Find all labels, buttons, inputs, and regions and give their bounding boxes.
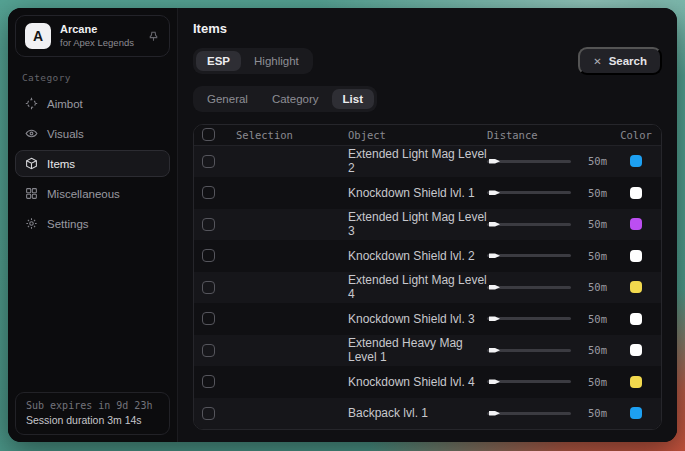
column-header-color: Color [620, 129, 652, 141]
sidebar-nav: Aimbot Visuals Items Miscellaneous Setti… [8, 90, 177, 237]
color-swatch[interactable] [630, 250, 642, 262]
slider-thumb[interactable] [489, 346, 500, 354]
tab-general[interactable]: General [196, 89, 259, 109]
close-x-icon: ✕ [593, 56, 601, 67]
items-table: Selection Object Distance Color Extended… [193, 124, 662, 430]
object-name: Knockdown Shield lvl. 3 [348, 312, 487, 326]
mode-tabs: ESPHighlight [193, 48, 313, 74]
mode-toolbar: ESPHighlight ✕ Search [193, 47, 662, 75]
distance-slider[interactable] [487, 254, 571, 257]
sidebar-item-label: Miscellaneous [47, 188, 120, 200]
slider-thumb[interactable] [489, 315, 500, 323]
color-swatch[interactable] [630, 376, 642, 388]
distance-slider[interactable] [487, 191, 571, 194]
slider-thumb[interactable] [489, 409, 500, 417]
package-icon [25, 157, 38, 170]
distance-slider[interactable] [487, 380, 571, 383]
table-row: Extended Heavy Mag Level 1 50m [194, 335, 661, 367]
distance-slider[interactable] [487, 349, 571, 352]
distance-slider[interactable] [487, 412, 571, 415]
object-name: Knockdown Shield lvl. 2 [348, 249, 487, 263]
table-row: Knockdown Shield lvl. 2 50m [194, 240, 661, 272]
select-all-checkbox[interactable] [202, 128, 215, 141]
sidebar-item-items[interactable]: Items [15, 150, 170, 177]
row-checkbox[interactable] [202, 186, 215, 199]
row-checkbox[interactable] [202, 155, 215, 168]
sidebar-item-label: Visuals [47, 128, 84, 140]
row-checkbox[interactable] [202, 407, 215, 420]
distance-value: 50m [579, 250, 607, 262]
distance-value: 50m [579, 407, 607, 419]
sidebar-item-visuals[interactable]: Visuals [15, 120, 170, 147]
table-row: Backpack lvl. 1 50m [194, 398, 661, 430]
sidebar-item-label: Items [47, 158, 75, 170]
tab-category[interactable]: Category [261, 89, 330, 109]
distance-slider[interactable] [487, 160, 571, 163]
object-name: Knockdown Shield lvl. 4 [348, 375, 487, 389]
sidebar-item-miscellaneous[interactable]: Miscellaneous [15, 180, 170, 207]
distance-slider[interactable] [487, 317, 571, 320]
distance-slider[interactable] [487, 223, 571, 226]
tab-esp[interactable]: ESP [196, 51, 241, 71]
slider-thumb[interactable] [489, 283, 500, 291]
sidebar-item-settings[interactable]: Settings [15, 210, 170, 237]
object-name: Backpack lvl. 1 [348, 406, 487, 420]
color-swatch[interactable] [630, 281, 642, 293]
row-checkbox[interactable] [202, 218, 215, 231]
distance-value: 50m [579, 376, 607, 388]
sidebar-item-label: Aimbot [47, 98, 83, 110]
main-panel: Items ESPHighlight ✕ Search GeneralCateg… [178, 8, 677, 442]
slider-thumb[interactable] [489, 378, 500, 386]
row-checkbox[interactable] [202, 344, 215, 357]
column-header-distance: Distance [487, 129, 615, 141]
sidebar-item-aimbot[interactable]: Aimbot [15, 90, 170, 117]
row-checkbox[interactable] [202, 281, 215, 294]
table-header: Selection Object Distance Color [194, 125, 661, 146]
color-swatch[interactable] [630, 344, 642, 356]
table-row: Extended Light Mag Level 4 50m [194, 272, 661, 304]
row-checkbox[interactable] [202, 312, 215, 325]
app-subtitle: for Apex Legends [60, 37, 138, 49]
sidebar-section-label: Category [22, 72, 163, 83]
app-logo-card: A Arcane for Apex Legends [15, 15, 170, 57]
column-header-selection: Selection [236, 129, 348, 141]
sub-expires-text: Sub expires in 9d 23h [26, 400, 159, 411]
slider-thumb[interactable] [489, 252, 500, 260]
distance-slider[interactable] [487, 286, 571, 289]
view-toolbar: GeneralCategoryList [193, 86, 662, 112]
search-button-label: Search [609, 55, 647, 67]
object-name: Extended Light Mag Level 4 [348, 273, 487, 301]
search-button[interactable]: ✕ Search [578, 47, 662, 75]
color-swatch[interactable] [630, 218, 642, 230]
view-tabs: GeneralCategoryList [193, 86, 377, 112]
app-name: Arcane [60, 23, 138, 37]
table-row: Knockdown Shield lvl. 3 50m [194, 303, 661, 335]
slider-thumb[interactable] [489, 189, 500, 197]
tab-list[interactable]: List [332, 89, 374, 109]
tab-highlight[interactable]: Highlight [243, 51, 310, 71]
object-name: Extended Light Mag Level 2 [348, 147, 487, 175]
pin-icon[interactable] [147, 30, 160, 43]
color-swatch[interactable] [630, 313, 642, 325]
table-row: Extended Light Mag Level 3 50m [194, 209, 661, 241]
page-title: Items [193, 21, 662, 36]
table-row: Extended Light Mag Level 2 50m [194, 146, 661, 178]
distance-value: 50m [579, 281, 607, 293]
row-checkbox[interactable] [202, 249, 215, 262]
crosshair-icon [25, 97, 38, 110]
color-swatch[interactable] [630, 187, 642, 199]
table-row: Knockdown Shield lvl. 4 50m [194, 366, 661, 398]
slider-thumb[interactable] [489, 220, 500, 228]
object-name: Extended Heavy Mag Level 1 [348, 336, 487, 364]
gear-icon [25, 217, 38, 230]
color-swatch[interactable] [630, 155, 642, 167]
row-checkbox[interactable] [202, 375, 215, 388]
slider-thumb[interactable] [489, 157, 500, 165]
table-row: Knockdown Shield lvl. 1 50m [194, 177, 661, 209]
desktop-background: { "app": { "logo_letter": "A", "name": "… [0, 0, 685, 451]
distance-value: 50m [579, 218, 607, 230]
session-duration-text: Session duration 3m 14s [26, 414, 159, 426]
sidebar-item-label: Settings [47, 218, 89, 230]
distance-value: 50m [579, 313, 607, 325]
color-swatch[interactable] [630, 407, 642, 419]
